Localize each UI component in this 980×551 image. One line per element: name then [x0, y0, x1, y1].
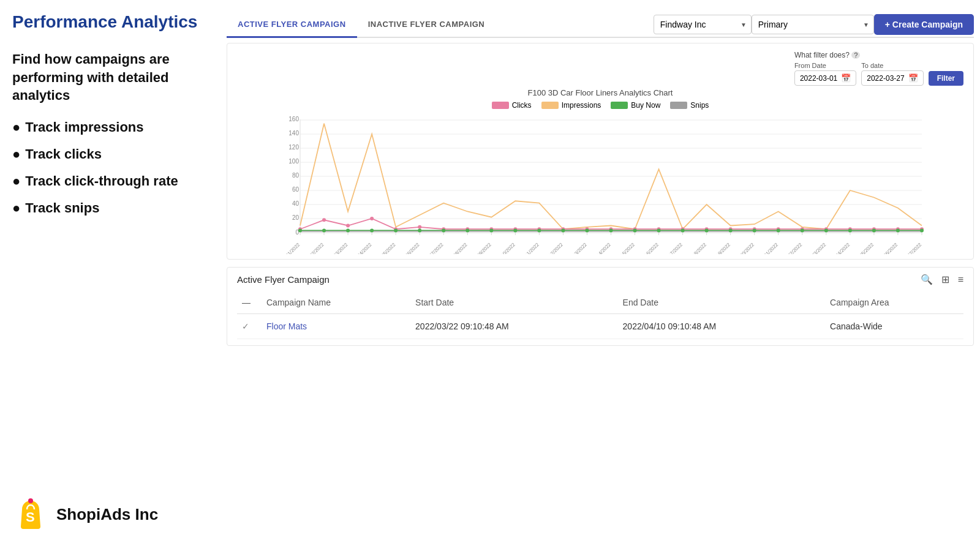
- campaigns-table: — Campaign Name Start Date End Date Camp…: [237, 291, 963, 339]
- row-campaign-name[interactable]: Floor Mats: [262, 314, 410, 339]
- svg-text:03/19/2022: 03/19/2022: [710, 242, 731, 254]
- legend-impressions: Impressions: [541, 101, 601, 110]
- svg-text:03/02/2022: 03/02/2022: [304, 242, 325, 254]
- table-header: — Campaign Name Start Date End Date Camp…: [237, 291, 963, 314]
- bullet-1: ●Track impressions: [12, 119, 221, 135]
- svg-text:03/18/2022: 03/18/2022: [686, 242, 707, 254]
- svg-text:03/07/2022: 03/07/2022: [423, 242, 445, 254]
- view-toggle-icon[interactable]: ⊞: [941, 274, 949, 285]
- table-header-row: Active Flyer Campaign 🔍 ⊞ ≡: [237, 274, 963, 285]
- svg-point-74: [872, 229, 876, 233]
- feature-list: ●Track impressions ●Track clicks ●Track …: [12, 119, 221, 216]
- what-filter-label: What filter does? ?: [794, 51, 963, 59]
- company-select[interactable]: Findway Inc: [654, 15, 752, 34]
- legend-snips-label: Snips: [690, 101, 709, 110]
- svg-point-51: [322, 229, 326, 233]
- svg-point-50: [298, 229, 302, 233]
- type-select[interactable]: Primary: [752, 15, 874, 34]
- svg-point-66: [681, 229, 685, 233]
- svg-point-63: [609, 229, 613, 233]
- from-date-value: 2022-03-01: [800, 74, 837, 83]
- col-campaign-area: Campaign Area: [825, 291, 963, 314]
- chart-title: F100 3D Car Floor Liners Analytics Chart: [237, 88, 963, 97]
- svg-text:03/16/2022: 03/16/2022: [638, 242, 660, 254]
- svg-text:160: 160: [288, 116, 299, 122]
- row-campaign-area: Canada-Wide: [825, 314, 963, 339]
- col-start-date: Start Date: [410, 291, 617, 314]
- svg-text:60: 60: [292, 186, 300, 193]
- from-date-label: From Date: [794, 62, 856, 69]
- chart-container: What filter does? ? From Date 2022-03-01…: [227, 43, 974, 260]
- svg-text:03/15/2022: 03/15/2022: [614, 242, 636, 254]
- svg-text:03/11/2022: 03/11/2022: [519, 242, 540, 254]
- page-description: Find how campaigns are performing with d…: [12, 50, 221, 105]
- svg-point-71: [801, 229, 804, 233]
- logo-area: S ShopiAds Inc: [12, 496, 158, 533]
- logo-icon: S: [12, 496, 49, 533]
- svg-text:03/12/2022: 03/12/2022: [543, 242, 564, 254]
- create-campaign-button[interactable]: + Create Campaign: [874, 14, 974, 35]
- svg-text:S: S: [26, 509, 35, 525]
- svg-point-53: [370, 229, 374, 233]
- svg-point-26: [370, 217, 374, 220]
- to-date-input[interactable]: 2022-03-27 📅: [861, 70, 923, 86]
- svg-text:20: 20: [292, 214, 300, 221]
- svg-text:03/25/2022: 03/25/2022: [854, 242, 875, 254]
- svg-text:03/24/2022: 03/24/2022: [830, 242, 851, 254]
- legend-impressions-label: Impressions: [562, 101, 601, 110]
- svg-point-54: [394, 229, 398, 233]
- svg-point-56: [442, 229, 445, 233]
- svg-point-76: [920, 229, 924, 233]
- filter-icon[interactable]: ≡: [958, 274, 963, 285]
- chart-legend: Clicks Impressions Buy Now Snips: [237, 101, 963, 110]
- calendar-icon-from[interactable]: 📅: [841, 73, 851, 83]
- svg-point-25: [346, 224, 350, 228]
- svg-text:03/22/2022: 03/22/2022: [782, 242, 804, 254]
- svg-text:03/04/2022: 03/04/2022: [352, 242, 373, 254]
- row-end-date: 2022/04/10 09:10:48 AM: [618, 314, 825, 339]
- from-date-input[interactable]: 2022-03-01 📅: [794, 70, 856, 86]
- legend-snips: Snips: [670, 101, 709, 110]
- legend-clicks: Clicks: [492, 101, 532, 110]
- svg-text:03/01/2022: 03/01/2022: [280, 242, 301, 254]
- svg-text:03/14/2022: 03/14/2022: [590, 242, 612, 254]
- tab-inactive-campaign[interactable]: INACTIVE FLYER CAMPAIGN: [357, 12, 496, 38]
- analytics-chart: 0 20 40 60 80 100 120 140 160 03/01/2022…: [237, 113, 963, 254]
- svg-point-2: [28, 498, 33, 503]
- svg-point-70: [777, 229, 780, 233]
- search-icon[interactable]: 🔍: [921, 274, 933, 285]
- svg-point-60: [537, 229, 541, 233]
- svg-text:03/08/2022: 03/08/2022: [447, 242, 469, 254]
- svg-point-58: [489, 229, 493, 233]
- row-expand[interactable]: ✓: [237, 314, 262, 339]
- col-campaign-name: Campaign Name: [262, 291, 410, 314]
- svg-point-68: [729, 229, 733, 233]
- table-toolbar: 🔍 ⊞ ≡: [921, 274, 963, 285]
- col-expand: —: [237, 291, 262, 314]
- svg-point-52: [346, 229, 350, 233]
- table-section: Active Flyer Campaign 🔍 ⊞ ≡ — Campaign N…: [227, 267, 974, 346]
- company-select-wrapper[interactable]: Findway Inc: [654, 15, 752, 34]
- table-row: ✓ Floor Mats 2022/03/22 09:10:48 AM 2022…: [237, 314, 963, 339]
- right-panel: ACTIVE FLYER CAMPAIGN INACTIVE FLYER CAM…: [227, 12, 974, 346]
- svg-text:03/09/2022: 03/09/2022: [471, 242, 492, 254]
- svg-text:120: 120: [288, 144, 299, 151]
- logo-text: ShopiAds Inc: [56, 505, 158, 524]
- svg-text:03/27/2022: 03/27/2022: [902, 242, 923, 254]
- svg-point-69: [753, 229, 756, 233]
- svg-text:03/10/2022: 03/10/2022: [495, 242, 516, 254]
- svg-text:03/06/2022: 03/06/2022: [399, 242, 421, 254]
- bullet-2: ●Track clicks: [12, 146, 221, 162]
- bullet-4: ●Track snips: [12, 200, 221, 216]
- svg-point-62: [585, 229, 589, 233]
- legend-buynow-label: Buy Now: [631, 101, 660, 110]
- svg-point-55: [418, 229, 421, 233]
- tab-active-campaign[interactable]: ACTIVE FLYER CAMPAIGN: [227, 12, 357, 38]
- calendar-icon-to[interactable]: 📅: [908, 73, 918, 83]
- svg-point-73: [848, 229, 852, 233]
- svg-point-65: [657, 229, 661, 233]
- svg-point-72: [824, 229, 828, 233]
- filter-button[interactable]: Filter: [929, 71, 963, 86]
- type-select-wrapper[interactable]: Primary: [752, 15, 874, 34]
- svg-text:03/23/2022: 03/23/2022: [806, 242, 827, 254]
